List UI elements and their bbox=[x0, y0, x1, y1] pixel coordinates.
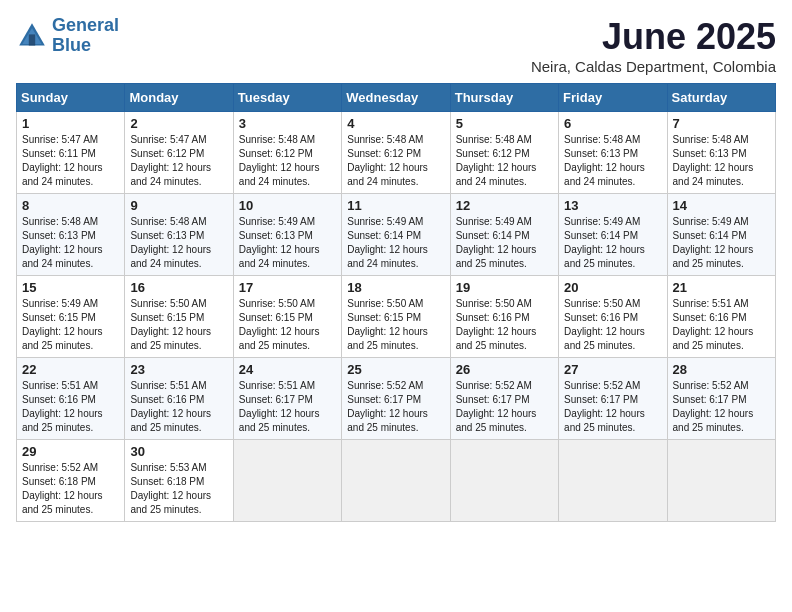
day-info: Sunrise: 5:51 AM Sunset: 6:16 PM Dayligh… bbox=[130, 379, 227, 435]
day-number: 7 bbox=[673, 116, 770, 131]
calendar-cell: 7Sunrise: 5:48 AM Sunset: 6:13 PM Daylig… bbox=[667, 112, 775, 194]
logo-text: General Blue bbox=[52, 16, 119, 56]
day-info: Sunrise: 5:51 AM Sunset: 6:17 PM Dayligh… bbox=[239, 379, 336, 435]
calendar-cell: 25Sunrise: 5:52 AM Sunset: 6:17 PM Dayli… bbox=[342, 358, 450, 440]
calendar-cell bbox=[342, 440, 450, 522]
day-info: Sunrise: 5:50 AM Sunset: 6:15 PM Dayligh… bbox=[347, 297, 444, 353]
calendar-cell: 3Sunrise: 5:48 AM Sunset: 6:12 PM Daylig… bbox=[233, 112, 341, 194]
day-number: 17 bbox=[239, 280, 336, 295]
day-number: 22 bbox=[22, 362, 119, 377]
calendar-cell: 19Sunrise: 5:50 AM Sunset: 6:16 PM Dayli… bbox=[450, 276, 558, 358]
day-number: 28 bbox=[673, 362, 770, 377]
weekday-header-monday: Monday bbox=[125, 84, 233, 112]
calendar-cell: 28Sunrise: 5:52 AM Sunset: 6:17 PM Dayli… bbox=[667, 358, 775, 440]
location-title: Neira, Caldas Department, Colombia bbox=[531, 58, 776, 75]
day-number: 14 bbox=[673, 198, 770, 213]
calendar-cell: 1Sunrise: 5:47 AM Sunset: 6:11 PM Daylig… bbox=[17, 112, 125, 194]
calendar-cell: 15Sunrise: 5:49 AM Sunset: 6:15 PM Dayli… bbox=[17, 276, 125, 358]
day-number: 23 bbox=[130, 362, 227, 377]
month-title: June 2025 bbox=[531, 16, 776, 58]
logo-line1: General bbox=[52, 15, 119, 35]
day-number: 10 bbox=[239, 198, 336, 213]
weekday-header-row: SundayMondayTuesdayWednesdayThursdayFrid… bbox=[17, 84, 776, 112]
day-info: Sunrise: 5:51 AM Sunset: 6:16 PM Dayligh… bbox=[22, 379, 119, 435]
day-info: Sunrise: 5:52 AM Sunset: 6:17 PM Dayligh… bbox=[564, 379, 661, 435]
day-info: Sunrise: 5:48 AM Sunset: 6:13 PM Dayligh… bbox=[130, 215, 227, 271]
day-number: 18 bbox=[347, 280, 444, 295]
weekday-header-thursday: Thursday bbox=[450, 84, 558, 112]
calendar-week-row: 29Sunrise: 5:52 AM Sunset: 6:18 PM Dayli… bbox=[17, 440, 776, 522]
calendar-cell: 23Sunrise: 5:51 AM Sunset: 6:16 PM Dayli… bbox=[125, 358, 233, 440]
calendar-cell: 14Sunrise: 5:49 AM Sunset: 6:14 PM Dayli… bbox=[667, 194, 775, 276]
calendar-cell bbox=[559, 440, 667, 522]
calendar-cell: 24Sunrise: 5:51 AM Sunset: 6:17 PM Dayli… bbox=[233, 358, 341, 440]
calendar-cell: 21Sunrise: 5:51 AM Sunset: 6:16 PM Dayli… bbox=[667, 276, 775, 358]
calendar-week-row: 22Sunrise: 5:51 AM Sunset: 6:16 PM Dayli… bbox=[17, 358, 776, 440]
calendar-cell: 13Sunrise: 5:49 AM Sunset: 6:14 PM Dayli… bbox=[559, 194, 667, 276]
calendar-week-row: 8Sunrise: 5:48 AM Sunset: 6:13 PM Daylig… bbox=[17, 194, 776, 276]
day-info: Sunrise: 5:49 AM Sunset: 6:14 PM Dayligh… bbox=[456, 215, 553, 271]
calendar-cell bbox=[450, 440, 558, 522]
day-info: Sunrise: 5:50 AM Sunset: 6:16 PM Dayligh… bbox=[564, 297, 661, 353]
day-number: 19 bbox=[456, 280, 553, 295]
calendar-cell: 17Sunrise: 5:50 AM Sunset: 6:15 PM Dayli… bbox=[233, 276, 341, 358]
day-number: 21 bbox=[673, 280, 770, 295]
day-number: 24 bbox=[239, 362, 336, 377]
day-info: Sunrise: 5:48 AM Sunset: 6:12 PM Dayligh… bbox=[347, 133, 444, 189]
day-info: Sunrise: 5:52 AM Sunset: 6:17 PM Dayligh… bbox=[456, 379, 553, 435]
day-number: 30 bbox=[130, 444, 227, 459]
day-number: 20 bbox=[564, 280, 661, 295]
day-info: Sunrise: 5:53 AM Sunset: 6:18 PM Dayligh… bbox=[130, 461, 227, 517]
calendar-cell bbox=[233, 440, 341, 522]
day-number: 16 bbox=[130, 280, 227, 295]
day-number: 4 bbox=[347, 116, 444, 131]
day-info: Sunrise: 5:51 AM Sunset: 6:16 PM Dayligh… bbox=[673, 297, 770, 353]
day-number: 25 bbox=[347, 362, 444, 377]
day-number: 5 bbox=[456, 116, 553, 131]
day-number: 27 bbox=[564, 362, 661, 377]
day-number: 8 bbox=[22, 198, 119, 213]
logo: General Blue bbox=[16, 16, 119, 56]
day-info: Sunrise: 5:48 AM Sunset: 6:12 PM Dayligh… bbox=[239, 133, 336, 189]
calendar-table: SundayMondayTuesdayWednesdayThursdayFrid… bbox=[16, 83, 776, 522]
calendar-cell: 2Sunrise: 5:47 AM Sunset: 6:12 PM Daylig… bbox=[125, 112, 233, 194]
day-number: 1 bbox=[22, 116, 119, 131]
logo-icon bbox=[16, 20, 48, 52]
day-info: Sunrise: 5:50 AM Sunset: 6:15 PM Dayligh… bbox=[239, 297, 336, 353]
calendar-cell bbox=[667, 440, 775, 522]
calendar-cell: 29Sunrise: 5:52 AM Sunset: 6:18 PM Dayli… bbox=[17, 440, 125, 522]
calendar-cell: 5Sunrise: 5:48 AM Sunset: 6:12 PM Daylig… bbox=[450, 112, 558, 194]
day-info: Sunrise: 5:48 AM Sunset: 6:12 PM Dayligh… bbox=[456, 133, 553, 189]
day-number: 11 bbox=[347, 198, 444, 213]
calendar-cell: 18Sunrise: 5:50 AM Sunset: 6:15 PM Dayli… bbox=[342, 276, 450, 358]
calendar-cell: 30Sunrise: 5:53 AM Sunset: 6:18 PM Dayli… bbox=[125, 440, 233, 522]
day-number: 15 bbox=[22, 280, 119, 295]
calendar-cell: 10Sunrise: 5:49 AM Sunset: 6:13 PM Dayli… bbox=[233, 194, 341, 276]
weekday-header-sunday: Sunday bbox=[17, 84, 125, 112]
day-info: Sunrise: 5:49 AM Sunset: 6:13 PM Dayligh… bbox=[239, 215, 336, 271]
calendar-week-row: 15Sunrise: 5:49 AM Sunset: 6:15 PM Dayli… bbox=[17, 276, 776, 358]
day-info: Sunrise: 5:49 AM Sunset: 6:14 PM Dayligh… bbox=[673, 215, 770, 271]
day-number: 6 bbox=[564, 116, 661, 131]
day-info: Sunrise: 5:50 AM Sunset: 6:16 PM Dayligh… bbox=[456, 297, 553, 353]
day-info: Sunrise: 5:48 AM Sunset: 6:13 PM Dayligh… bbox=[22, 215, 119, 271]
calendar-cell: 8Sunrise: 5:48 AM Sunset: 6:13 PM Daylig… bbox=[17, 194, 125, 276]
weekday-header-wednesday: Wednesday bbox=[342, 84, 450, 112]
day-info: Sunrise: 5:52 AM Sunset: 6:17 PM Dayligh… bbox=[673, 379, 770, 435]
weekday-header-saturday: Saturday bbox=[667, 84, 775, 112]
weekday-header-friday: Friday bbox=[559, 84, 667, 112]
calendar-cell: 26Sunrise: 5:52 AM Sunset: 6:17 PM Dayli… bbox=[450, 358, 558, 440]
day-number: 13 bbox=[564, 198, 661, 213]
calendar-cell: 4Sunrise: 5:48 AM Sunset: 6:12 PM Daylig… bbox=[342, 112, 450, 194]
day-number: 26 bbox=[456, 362, 553, 377]
weekday-header-tuesday: Tuesday bbox=[233, 84, 341, 112]
title-area: June 2025 Neira, Caldas Department, Colo… bbox=[531, 16, 776, 75]
calendar-cell: 16Sunrise: 5:50 AM Sunset: 6:15 PM Dayli… bbox=[125, 276, 233, 358]
day-info: Sunrise: 5:47 AM Sunset: 6:12 PM Dayligh… bbox=[130, 133, 227, 189]
calendar-cell: 20Sunrise: 5:50 AM Sunset: 6:16 PM Dayli… bbox=[559, 276, 667, 358]
day-info: Sunrise: 5:48 AM Sunset: 6:13 PM Dayligh… bbox=[673, 133, 770, 189]
calendar-cell: 27Sunrise: 5:52 AM Sunset: 6:17 PM Dayli… bbox=[559, 358, 667, 440]
logo-line2: Blue bbox=[52, 35, 91, 55]
svg-rect-2 bbox=[29, 34, 35, 45]
calendar-cell: 11Sunrise: 5:49 AM Sunset: 6:14 PM Dayli… bbox=[342, 194, 450, 276]
